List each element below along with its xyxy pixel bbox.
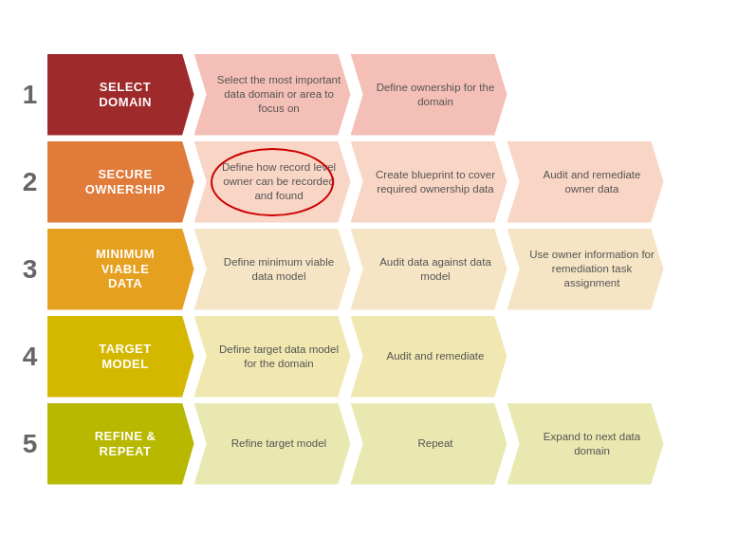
sub-arrow-wrapper-5-3: Expand to next data domain [507,403,664,485]
sub-arrow-5-2: Repeat [351,403,507,485]
row-3: 3MINIMUMVIABLEDATADefine minimum viable … [13,229,744,310]
sub-arrow-wrapper-4-2: Audit and remediate [351,316,507,398]
main-arrow-1: SELECTDOMAIN [47,54,194,136]
sub-arrow-4-2: Audit and remediate [351,316,507,398]
sub-arrow-wrapper-3-1: Define minimum viable data model [194,229,351,310]
sub-arrow-2-1: Define how record level owner can be rec… [194,141,351,223]
main-label-5: REFINE &REPEAT [76,429,166,458]
sub-arrow-wrapper-5-2: Repeat [351,403,507,485]
main-arrow-3: MINIMUMVIABLEDATA [47,229,194,310]
main-arrow-5: REFINE &REPEAT [47,403,194,485]
main-label-3: MINIMUMVIABLEDATA [77,247,164,291]
row-number-1: 1 [13,54,47,136]
sub-arrow-wrapper-4-1: Define target data model for the domain [194,316,351,398]
main-label-1: SELECTDOMAIN [80,80,161,109]
sub-arrow-wrapper-2-2: Create blueprint to cover required owner… [351,141,507,223]
sub-arrow-wrapper-1-1: Select the most important data domain or… [194,54,351,136]
sub-arrow-empty-4-3 [507,316,655,398]
sub-arrow-wrapper-5-1: Refine target model [194,403,351,485]
sub-arrow-2-2: Create blueprint to cover required owner… [351,141,507,223]
row-5: 5REFINE &REPEATRefine target modelRepeat… [13,403,744,485]
sub-arrow-3-2: Audit data against data model [351,229,507,310]
sub-arrow-wrapper-1-2: Define ownership for the domain [351,54,507,136]
row-4: 4TARGETMODELDefine target data model for… [13,316,744,398]
main-label-2: SECUREOWNERSHIP [66,167,175,196]
sub-arrow-wrapper-2-3: Audit and remediate owner data [507,141,664,223]
main-arrow-2: SECUREOWNERSHIP [47,141,194,223]
sub-arrow-wrapper-2-1: Define how record level owner can be rec… [194,141,351,223]
diagram: 1SELECTDOMAINSelect the most important d… [9,45,748,494]
sub-arrow-5-1: Refine target model [194,403,351,485]
sub-arrow-1-2: Define ownership for the domain [351,54,507,136]
row-number-3: 3 [13,229,47,310]
main-arrow-4: TARGETMODEL [47,316,194,398]
sub-arrow-empty-1-3 [507,54,655,136]
sub-arrow-3-1: Define minimum viable data model [194,229,351,310]
row-2: 2SECUREOWNERSHIPDefine how record level … [13,141,744,223]
row-number-2: 2 [13,141,47,223]
row-number-4: 4 [13,316,47,398]
sub-arrow-2-3: Audit and remediate owner data [507,141,664,223]
row-number-5: 5 [13,403,47,485]
sub-arrow-3-3: Use owner information for remediation ta… [507,229,664,310]
main-label-4: TARGETMODEL [80,342,160,371]
sub-arrow-1-1: Select the most important data domain or… [194,54,351,136]
row-1: 1SELECTDOMAINSelect the most important d… [13,54,744,136]
sub-arrow-4-1: Define target data model for the domain [194,316,351,398]
sub-arrow-wrapper-3-2: Audit data against data model [351,229,507,310]
sub-arrow-5-3: Expand to next data domain [507,403,664,485]
sub-arrow-wrapper-3-3: Use owner information for remediation ta… [507,229,664,310]
